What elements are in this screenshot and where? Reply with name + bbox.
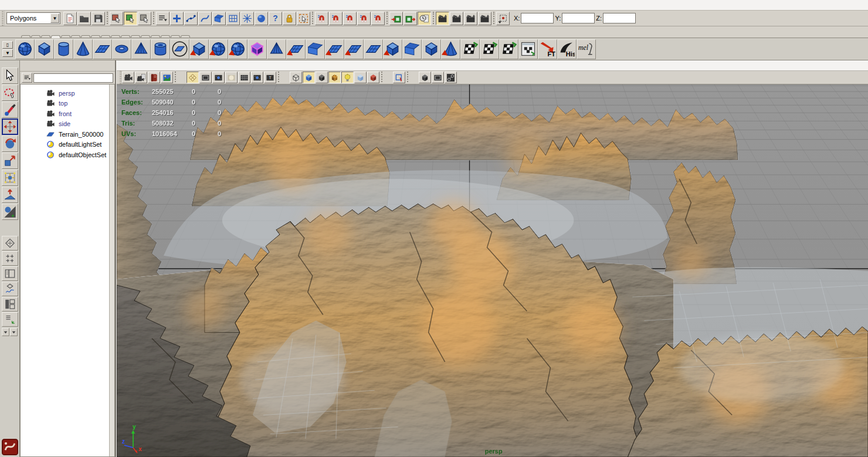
outliner-scrollbar[interactable]: [109, 84, 114, 456]
soft-modification-tool[interactable]: [2, 187, 18, 203]
group-collapse-handle[interactable]: [311, 12, 314, 25]
mask-dynamics-button[interactable]: [240, 12, 254, 25]
new-scene-button[interactable]: [63, 12, 77, 25]
group-collapse-handle[interactable]: [106, 12, 109, 25]
poly-boolean-union-button[interactable]: [209, 39, 228, 59]
poly-boolean-difference-button[interactable]: [228, 39, 247, 59]
outliner-item-terrain[interactable]: Terrain_500000: [21, 129, 114, 140]
poly-cone-button[interactable]: [73, 39, 93, 59]
group-collapse-handle[interactable]: [174, 72, 186, 83]
poly-torus-button[interactable]: [112, 39, 131, 59]
flat-shade-mode-button[interactable]: [316, 72, 328, 83]
uv-texture-editor-button[interactable]: [518, 39, 538, 59]
safe-title-button[interactable]: [264, 72, 276, 83]
menu-item[interactable]: [151, 5, 161, 6]
outliner-search-input[interactable]: [33, 73, 113, 83]
mask-misc-button[interactable]: [269, 12, 282, 25]
outliner-item-top[interactable]: top: [21, 99, 114, 109]
menu-item[interactable]: [76, 5, 86, 6]
input-connections-button[interactable]: [389, 12, 403, 25]
viewport-menu-item[interactable]: [138, 65, 147, 66]
poly-split-button[interactable]: [344, 39, 364, 59]
shelf-tab[interactable]: [81, 35, 90, 38]
group-collapse-handle[interactable]: [385, 12, 389, 25]
select-hierarchy-button[interactable]: [110, 12, 123, 25]
select-camera-button[interactable]: [122, 72, 134, 83]
image-plane-button[interactable]: [161, 72, 173, 83]
menu-item[interactable]: [1, 5, 11, 6]
mask-curves-button[interactable]: [198, 12, 212, 25]
menu-item[interactable]: [67, 5, 76, 6]
snap-curve-button[interactable]: [329, 12, 343, 25]
construction-history-button[interactable]: [418, 12, 431, 25]
poly-smooth-button[interactable]: [247, 39, 267, 59]
ft-button[interactable]: [538, 39, 557, 59]
shelf-tab[interactable]: [181, 35, 190, 38]
poly-pyramid-button[interactable]: [131, 39, 151, 59]
shelf-tab[interactable]: [101, 35, 110, 38]
scale-tool[interactable]: [2, 153, 18, 169]
shadows-button[interactable]: [354, 72, 367, 83]
menu-item[interactable]: [29, 5, 39, 6]
shelf-tab[interactable]: [71, 35, 80, 38]
film-gate-button[interactable]: [199, 72, 212, 83]
group-collapse-handle[interactable]: [152, 12, 155, 25]
select-component-button[interactable]: [138, 12, 151, 25]
menu-item[interactable]: [161, 5, 170, 6]
outliner-item-persp[interactable]: persp: [21, 88, 114, 99]
lasso-tool[interactable]: [2, 84, 18, 101]
backface-cull-button[interactable]: [432, 72, 444, 83]
status-line-handle[interactable]: [0, 11, 5, 26]
shelf-tab[interactable]: [21, 35, 30, 38]
menu-item[interactable]: [11, 5, 20, 6]
outliner-menu-item[interactable]: [36, 65, 43, 66]
shelf-tab[interactable]: [151, 35, 160, 38]
shelf-tab[interactable]: [161, 35, 170, 38]
group-collapse-handle[interactable]: [406, 72, 418, 83]
mask-surfaces-button[interactable]: [212, 12, 226, 25]
menu-item[interactable]: [95, 5, 104, 6]
group-collapse-handle[interactable]: [277, 72, 289, 83]
persp-graph-layout-button[interactable]: [2, 282, 18, 296]
camera-attributes-button[interactable]: [135, 72, 147, 83]
move-tool[interactable]: [2, 119, 18, 135]
resolution-gate-button[interactable]: [212, 72, 225, 83]
open-render-view-button[interactable]: [436, 12, 449, 25]
mel-script-button[interactable]: [577, 39, 596, 59]
poly-average-vertices-button[interactable]: [441, 39, 460, 59]
poly-append-button[interactable]: [364, 39, 383, 59]
select-tool[interactable]: [2, 67, 18, 84]
viewport-menu-item[interactable]: [166, 65, 175, 66]
outliner-item-side[interactable]: side: [21, 119, 114, 130]
bookmarks-button[interactable]: [148, 72, 160, 83]
highlight-selection-button[interactable]: [297, 12, 310, 25]
group-collapse-handle[interactable]: [380, 72, 392, 83]
shelf-tab[interactable]: [111, 35, 120, 38]
mask-rendering-button[interactable]: [255, 12, 268, 25]
field-chart-button[interactable]: [238, 72, 250, 83]
group-collapse-handle[interactable]: [432, 12, 435, 25]
textured-mode-button[interactable]: [328, 72, 341, 83]
layout-shortcut-menu-2[interactable]: [10, 328, 18, 336]
poly-bridge-button[interactable]: [402, 39, 422, 59]
viewport-toolbar-handle[interactable]: [118, 71, 122, 84]
single-pane-layout-button[interactable]: [2, 236, 18, 250]
quick-selection-target[interactable]: [496, 12, 510, 25]
shelf-tab[interactable]: [51, 35, 60, 38]
menu-item[interactable]: [142, 5, 151, 6]
coordinate-input[interactable]: [562, 13, 595, 23]
paint-selection-tool[interactable]: [2, 101, 18, 118]
occlusion-button[interactable]: [367, 72, 379, 83]
viewport-menu-item[interactable]: [147, 65, 157, 66]
history-brush-button[interactable]: [557, 39, 577, 59]
menu-item[interactable]: [114, 5, 123, 6]
snap-view-button[interactable]: [371, 12, 385, 25]
mask-handles-button[interactable]: [170, 12, 184, 25]
menu-item[interactable]: [39, 5, 48, 6]
poly-plane-button[interactable]: [93, 39, 112, 59]
viewport-menu-item[interactable]: [157, 65, 166, 66]
menu-item[interactable]: [48, 5, 57, 6]
poly-cylinder-button[interactable]: [54, 39, 73, 59]
poly-pipe-button[interactable]: [151, 39, 170, 59]
poly-extract-button[interactable]: [325, 39, 344, 59]
